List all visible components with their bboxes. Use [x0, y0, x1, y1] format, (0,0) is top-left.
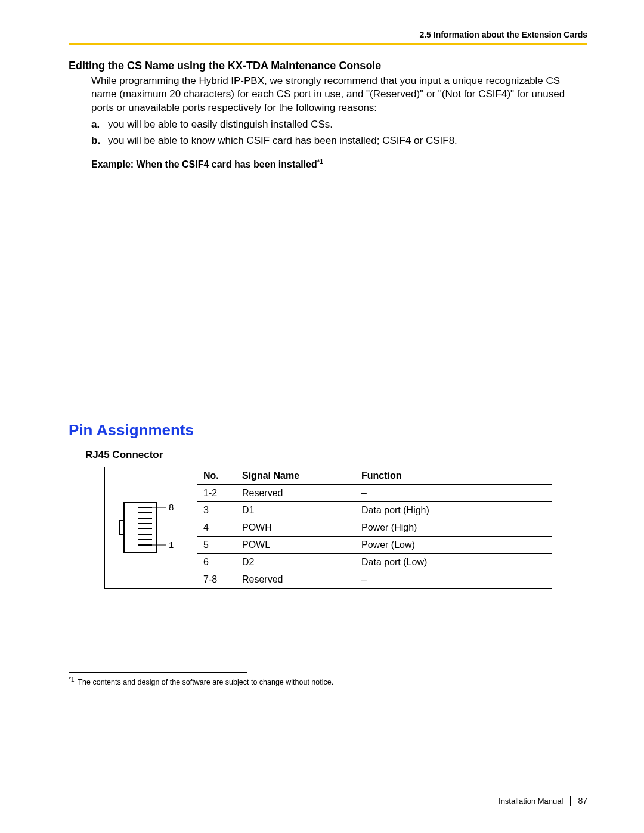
cell-func: Data port (High) [355, 501, 552, 519]
pin-label-1: 1 [169, 540, 174, 550]
cell-signal: D1 [236, 501, 355, 519]
table-row: 4 POWH Power (High) [197, 519, 552, 536]
cell-no: 6 [197, 553, 236, 571]
footnote: *1The contents and design of the softwar… [69, 676, 587, 686]
cell-signal: POWL [236, 536, 355, 553]
page: 2.5 Information about the Extension Card… [0, 0, 644, 833]
col-func-header: Function [355, 467, 552, 484]
rj45-icon: 8 1 [115, 498, 187, 558]
example-heading: Example: When the CSIF4 card has been in… [91, 158, 587, 170]
cell-func: Power (Low) [355, 536, 552, 553]
intro-paragraph: While programming the Hybrid IP-PBX, we … [91, 75, 587, 114]
cell-signal: D2 [236, 553, 355, 571]
cell-func: – [355, 571, 552, 588]
table-row: 6 D2 Data port (Low) [197, 553, 552, 571]
list-text: you will be able to know which CSIF card… [108, 134, 457, 147]
page-footer: Installation Manual 87 [499, 796, 587, 806]
example-text: Example: When the CSIF4 card has been in… [91, 160, 317, 170]
cell-signal: Reserved [236, 484, 355, 501]
cell-no: 4 [197, 519, 236, 536]
list-text: you will be able to easily distinguish i… [108, 118, 333, 131]
section-reference: 2.5 Information about the Extension Card… [69, 30, 587, 39]
table-header-row: No. Signal Name Function [197, 467, 552, 484]
cell-func: Data port (Low) [355, 553, 552, 571]
table-row: 7-8 Reserved – [197, 571, 552, 588]
list-item: b. you will be able to know which CSIF c… [91, 134, 587, 147]
footnote-rule [69, 672, 247, 673]
cell-no: 5 [197, 536, 236, 553]
svg-rect-1 [120, 521, 124, 535]
table-row: 1-2 Reserved – [197, 484, 552, 501]
list-marker: b. [91, 134, 108, 147]
list-item: a. you will be able to easily distinguis… [91, 118, 587, 131]
table-row: 5 POWL Power (Low) [197, 536, 552, 553]
editing-cs-name-heading: Editing the CS Name using the KX-TDA Mai… [69, 60, 587, 72]
footer-separator [570, 796, 571, 806]
cell-signal: Reserved [236, 571, 355, 588]
col-signal-header: Signal Name [236, 467, 355, 484]
rj45-connector-diagram: 8 1 [104, 467, 197, 589]
pin-assignment-block: 8 1 No. Signal Name Function 1-2 Reserve… [104, 467, 587, 589]
table-row: 3 D1 Data port (High) [197, 501, 552, 519]
manual-name: Installation Manual [499, 797, 563, 806]
pin-label-8: 8 [169, 502, 174, 512]
cell-func: Power (High) [355, 519, 552, 536]
cell-no: 7-8 [197, 571, 236, 588]
cell-func: – [355, 484, 552, 501]
page-number: 87 [578, 796, 587, 806]
pin-assignments-heading: Pin Assignments [69, 421, 587, 439]
cell-no: 1-2 [197, 484, 236, 501]
footnote-marker: *1 [69, 676, 74, 683]
pin-table: No. Signal Name Function 1-2 Reserved – … [197, 467, 552, 589]
reasons-list: a. you will be able to easily distinguis… [91, 118, 587, 147]
cell-no: 3 [197, 501, 236, 519]
list-marker: a. [91, 118, 108, 131]
col-no-header: No. [197, 467, 236, 484]
rj45-heading: RJ45 Connector [85, 449, 587, 461]
cell-signal: POWH [236, 519, 355, 536]
footnote-text: The contents and design of the software … [78, 678, 333, 686]
header-bar: 2.5 Information about the Extension Card… [69, 30, 587, 45]
example-footnote-ref: *1 [317, 158, 323, 165]
